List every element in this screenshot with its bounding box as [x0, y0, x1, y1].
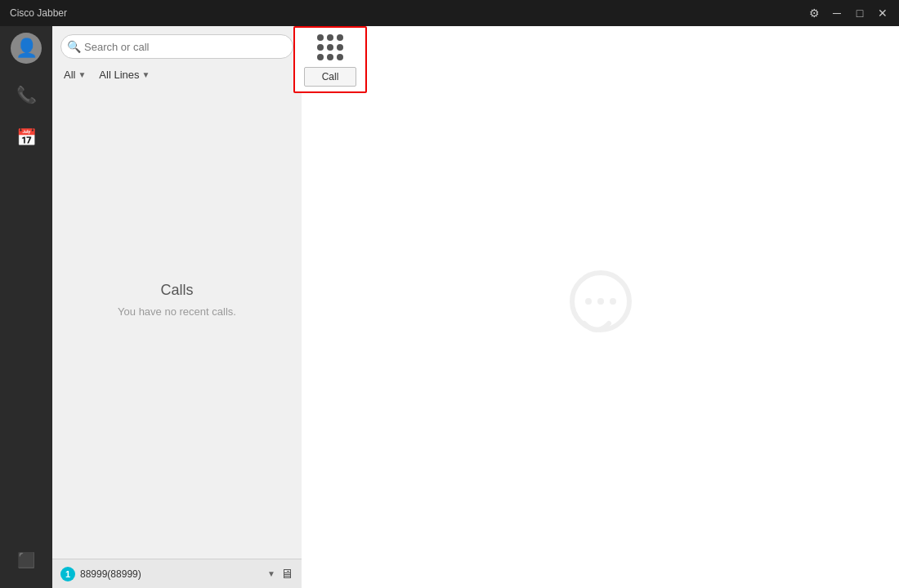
avatar[interactable]: 👤 — [11, 33, 42, 64]
panel-footer: 1 88999(88999) ▼ 🖥 — [52, 559, 302, 588]
minimize-button[interactable]: ─ — [827, 3, 847, 23]
dialpad-dot-8 — [327, 54, 333, 60]
all-lines-filter-button[interactable]: All Lines ▼ — [96, 67, 153, 82]
cast-icon: ⬛ — [17, 551, 35, 569]
all-filter-button[interactable]: All ▼ — [60, 67, 89, 82]
search-bar: 🔍 Call — [52, 26, 302, 64]
search-icon: 🔍 — [67, 40, 81, 53]
search-input[interactable] — [60, 34, 293, 59]
sidebar-item-calendar[interactable]: 📅 — [8, 119, 44, 155]
sidebar-bottom: ⬛ — [8, 542, 44, 588]
phone-icon: 📞 — [16, 85, 37, 105]
all-filter-label: All — [64, 69, 75, 81]
jabber-logo-background — [560, 265, 642, 350]
window-controls: ⚙ ─ □ ✕ — [804, 3, 892, 23]
search-input-wrap: 🔍 — [60, 34, 293, 59]
calendar-icon: 📅 — [16, 127, 37, 147]
dialpad-dot-4 — [317, 44, 324, 51]
all-lines-filter-label: All Lines — [99, 69, 139, 81]
calls-empty-title: Calls — [160, 282, 193, 299]
app-body: 👤 📞 📅 ⬛ 🔍 — [0, 26, 899, 588]
dialpad-popup: Call — [293, 26, 367, 93]
all-filter-chevron: ▼ — [78, 70, 86, 79]
line-badge: 1 — [60, 567, 75, 581]
dialpad-dot-5 — [327, 44, 333, 51]
calls-empty-subtitle: You have no recent calls. — [118, 305, 236, 318]
dialpad-dot-3 — [337, 34, 343, 41]
title-bar: Cisco Jabber ⚙ ─ □ ✕ — [0, 0, 899, 26]
main-content — [302, 26, 899, 588]
sidebar: 👤 📞 📅 ⬛ — [0, 26, 52, 588]
sidebar-item-cast[interactable]: ⬛ — [8, 542, 44, 578]
settings-button[interactable]: ⚙ — [804, 3, 824, 23]
monitor-icon[interactable]: 🖥 — [280, 567, 293, 581]
all-lines-chevron: ▼ — [142, 70, 150, 79]
dialpad-dot-2 — [327, 34, 333, 41]
avatar-icon: 👤 — [16, 38, 38, 59]
calls-empty-state: Calls You have no recent calls. — [52, 89, 302, 559]
dialpad-dot-1 — [317, 34, 324, 41]
svg-point-1 — [585, 298, 592, 305]
dialpad-dot-6 — [337, 44, 343, 51]
call-button[interactable]: Call — [304, 67, 356, 87]
maximize-button[interactable]: □ — [850, 3, 870, 23]
sidebar-nav: 📞 📅 — [8, 77, 44, 542]
svg-point-3 — [610, 298, 616, 305]
dialpad-dot-7 — [317, 54, 324, 60]
close-button[interactable]: ✕ — [873, 3, 892, 23]
svg-point-2 — [597, 298, 604, 305]
jabber-bubble-icon — [560, 265, 642, 346]
filter-bar: All ▼ All Lines ▼ — [52, 64, 302, 89]
line-chevron[interactable]: ▼ — [267, 569, 275, 578]
sidebar-item-phone[interactable]: 📞 — [8, 77, 44, 113]
line-label[interactable]: 88999(88999) — [80, 568, 262, 580]
dialpad-dot-9 — [337, 54, 343, 60]
app-title: Cisco Jabber — [7, 7, 67, 19]
calls-panel: 🔍 Call — [52, 26, 302, 588]
dialpad-grid — [317, 34, 343, 60]
